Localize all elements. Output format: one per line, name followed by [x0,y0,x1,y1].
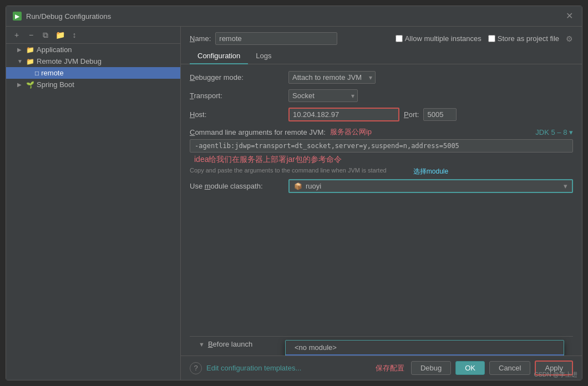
spring-boot-label: Spring Boot [37,80,74,89]
main-content: + − ⧉ 📁 ↕ ▶ 📁 Application ▼ 📁 Remote JVM… [6,27,582,380]
module-classpath-section: Use module classpath: 📦 ruoyi ▾ 选择module [190,179,573,193]
allow-multiple-label[interactable]: Allow multiple instances [396,34,481,43]
module-dropdown: <no module> 📦 ruoyi 📦 ruoyi-admin 📦 [285,340,564,355]
cancel-button[interactable]: Cancel [489,361,530,375]
store-settings-icon: ⚙ [566,34,573,43]
title-bar-left: ▶ Run/Debug Configurations [13,12,111,21]
add-config-button[interactable]: + [11,29,23,41]
port-field-label: Port: [404,110,419,119]
store-as-project-checkbox[interactable] [488,35,495,42]
port-input[interactable] [423,108,457,121]
debugger-mode-select[interactable]: Attach to remote JVM Listen to remote JV… [288,71,376,84]
module-label-row: Use module classpath: 📦 ruoyi ▾ 选择module [190,179,573,193]
left-toolbar: + − ⧉ 📁 ↕ [6,27,180,44]
application-folder-icon: 📁 [26,46,34,54]
tree-item-remote-jvm[interactable]: ▼ 📁 Remote JVM Debug [6,55,180,67]
bottom-left: ? Edit configuration templates... [190,362,301,374]
no-module-label: <no module> [295,343,337,352]
title-bar: ▶ Run/Debug Configurations ✕ [6,6,582,27]
before-launch-label: Before launch [208,340,252,348]
transport-row: Transport: Socket Shared memory [190,89,573,102]
help-button[interactable]: ? [190,362,202,374]
cmd-text-value: -agentlib:jdwp=transport=dt_socket,serve… [190,139,573,153]
before-launch-add-button[interactable]: + [199,354,211,355]
debug-button[interactable]: Debug [411,361,451,375]
expand-application-icon: ▶ [17,47,24,53]
watermark: CSDN @李上进 [534,370,577,379]
cmd-annotation: idea给我们在服务器上部署jar包的参考命令 [194,155,342,165]
module-select-button[interactable]: 📦 ruoyi ▾ [288,179,573,193]
sort-button[interactable]: ↕ [68,29,80,41]
cmd-header-row: Command line arguments for remote JVM: 服… [190,127,573,137]
dropdown-item-ruoyi[interactable]: 📦 ruoyi [286,354,564,355]
transport-label: Transport: [190,92,284,100]
name-input[interactable] [215,32,337,45]
expand-remote-jvm-icon: ▼ [17,58,24,64]
store-as-project-label[interactable]: Store as project file [488,34,559,43]
bottom-bar: ? Edit configuration templates... 保存配置 D… [181,355,582,380]
cmd-hint: Copy and paste the arguments to the comm… [190,167,573,174]
edit-templates-link[interactable]: Edit configuration templates... [206,364,301,372]
dialog-title: Run/Debug Configurations [26,12,111,21]
module-select-chevron: ▾ [564,182,567,190]
transport-select-wrapper: Socket Shared memory [288,89,358,102]
tab-logs[interactable]: Logs [248,48,279,64]
remote-jvm-folder-icon: 📁 [26,58,34,65]
debugger-mode-row: Debugger mode: Attach to remote JVM List… [190,71,573,84]
before-launch-move-up-button[interactable]: ▲ [242,354,254,355]
remote-config-icon: □ [35,69,39,77]
application-label: Application [37,45,72,54]
run-debug-dialog: ▶ Run/Debug Configurations ✕ + − ⧉ 📁 ↕ ▶… [6,6,582,380]
jdk-version-link[interactable]: JDK 5 – 8 ▾ [535,128,573,136]
save-annotation: 保存配置 [376,363,404,373]
cmd-field-label: Command line arguments for remote JVM: [190,128,326,136]
module-value-text: ruoyi [306,182,321,190]
remove-config-button[interactable]: − [25,29,37,41]
tab-configuration[interactable]: Configuration [190,48,248,64]
dropdown-item-no-module[interactable]: <no module> [286,341,564,354]
debugger-mode-label: Debugger mode: [190,73,284,82]
cmd-section: Command line arguments for remote JVM: 服… [190,127,573,174]
before-launch-toggle[interactable]: ▼ [199,341,205,348]
allow-multiple-checkbox[interactable] [396,35,403,42]
config-content: Debugger mode: Attach to remote JVM List… [181,64,582,355]
module-classpath-label: Use module classpath: [190,182,284,190]
server-ip-annotation: 服务器公网ip [330,127,372,137]
close-button[interactable]: ✕ [564,11,575,22]
tabs-row: Configuration Logs [181,48,582,64]
left-panel: + − ⧉ 📁 ↕ ▶ 📁 Application ▼ 📁 Remote JVM… [6,27,181,380]
tree-item-spring-boot[interactable]: ▶ 🌱 Spring Boot [6,79,180,90]
transport-select[interactable]: Socket Shared memory [288,89,358,102]
checkboxes-row: Allow multiple instances Store as projec… [396,34,573,43]
tree-item-application[interactable]: ▶ 📁 Application [6,44,180,55]
spacer [190,197,573,331]
name-field-label: Name: [190,34,211,43]
host-port-row: Host: Port: [190,108,573,121]
right-panel: Name: Allow multiple instances Store as … [181,27,582,380]
move-to-group-button[interactable]: 📁 [54,29,66,41]
host-label: Host: [190,110,284,119]
tree-item-remote[interactable]: □ remote [6,67,180,79]
before-launch-move-down-button[interactable]: ▼ [256,354,268,355]
ok-button[interactable]: OK [455,361,485,375]
debugger-mode-select-wrapper: Attach to remote JVM Listen to remote JV… [288,71,376,84]
remote-jvm-label: Remote JVM Debug [37,57,102,65]
module-select-wrapper: 📦 ruoyi ▾ 选择module [288,179,573,193]
host-input[interactable] [288,108,399,121]
module-value-icon: 📦 [294,182,302,190]
spring-boot-icon: 🌱 [26,81,34,89]
expand-spring-boot-icon: ▶ [17,82,24,88]
module-select-note: 选择module [413,167,448,176]
before-launch-edit-button[interactable]: ✎ [227,354,240,355]
before-launch-remove-button[interactable]: − [213,354,225,355]
name-row: Name: Allow multiple instances Store as … [181,27,582,48]
remote-label: remote [41,69,63,77]
dialog-icon: ▶ [13,12,22,21]
copy-config-button[interactable]: ⧉ [39,29,52,41]
